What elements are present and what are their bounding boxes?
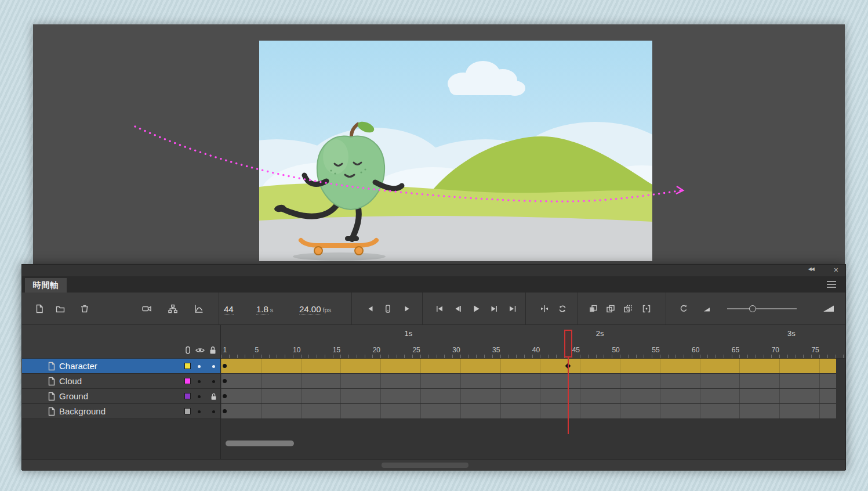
elapsed-time-number[interactable]: 1.8 xyxy=(256,304,268,315)
layer-name: Character xyxy=(59,361,97,371)
outline-column-icon xyxy=(185,346,191,355)
stage[interactable] xyxy=(33,24,845,264)
center-playhead-button[interactable] xyxy=(537,301,552,316)
scene-artwork xyxy=(259,41,652,261)
ruler-frame-number: 25 xyxy=(412,346,420,354)
loop-playback-button[interactable] xyxy=(555,301,570,316)
ruler-frame-number: 45 xyxy=(572,346,580,354)
layer-visibility-toggle[interactable] xyxy=(198,365,201,368)
zoom-slider-knob[interactable] xyxy=(749,305,756,312)
new-folder-button[interactable] xyxy=(53,301,68,316)
close-panel-button[interactable]: × xyxy=(834,265,838,275)
timeline-ruler[interactable]: 1s2s3s 151015202530354045505560657075 xyxy=(221,325,845,359)
layer-color-swatch[interactable] xyxy=(184,363,191,369)
tab-timeline[interactable]: 時間軸 xyxy=(25,278,67,293)
step-back-one-frame-button[interactable] xyxy=(363,301,378,316)
new-layer-button[interactable] xyxy=(32,301,47,316)
next-frame-icon xyxy=(489,304,499,314)
ruler-second-label: 3s xyxy=(787,329,796,338)
graph-icon xyxy=(194,304,204,314)
frame-rate-number[interactable]: 24.00 xyxy=(299,304,321,315)
layer-row-background[interactable]: Background xyxy=(22,404,220,419)
frame-row-character[interactable] xyxy=(221,359,836,374)
loop-icon xyxy=(557,304,568,314)
add-camera-button[interactable] xyxy=(139,301,154,316)
outline-column-button[interactable] xyxy=(185,346,191,357)
layer-visibility-toggle[interactable] xyxy=(198,395,201,398)
reset-timeline-zoom-button[interactable] xyxy=(676,301,691,316)
frames-horizontal-scrollbar[interactable] xyxy=(226,441,294,446)
ruler-frame-number: 10 xyxy=(293,346,300,354)
layer-color-swatch[interactable] xyxy=(184,408,191,414)
layer-row-cloud[interactable]: Cloud xyxy=(22,374,220,389)
edit-multiple-frames-icon xyxy=(623,304,633,314)
new-folder-icon xyxy=(55,304,66,314)
edit-multiple-frames-button[interactable] xyxy=(620,301,635,316)
elapsed-time-unit: s xyxy=(270,306,274,313)
canvas[interactable] xyxy=(259,41,652,261)
show-parenting-button[interactable] xyxy=(165,301,180,316)
ruler-seconds-row: 1s2s3s xyxy=(221,325,845,342)
frame-row-background[interactable] xyxy=(221,404,836,419)
ruler-frame-number: 60 xyxy=(692,346,699,354)
layer-row-character[interactable]: Character xyxy=(22,359,220,374)
ruler-frame-number: 5 xyxy=(255,346,259,354)
frame-row-cloud[interactable] xyxy=(221,374,836,389)
zoom-out-icon xyxy=(702,304,711,313)
play-icon xyxy=(471,304,481,314)
onion-skin-button[interactable] xyxy=(586,301,601,316)
graph-editor-button[interactable] xyxy=(191,301,206,316)
frame-rate-value[interactable]: 24.00fps xyxy=(299,304,331,313)
frames-column: 1s2s3s 151015202530354045505560657075 xyxy=(221,325,845,459)
current-frame-value[interactable]: 44 xyxy=(224,304,234,313)
layer-lock-toggle[interactable] xyxy=(210,359,218,374)
layer-icon xyxy=(48,407,56,418)
current-frame-indicator-button[interactable] xyxy=(380,301,395,316)
zoom-slider-track[interactable] xyxy=(727,308,797,309)
last-frame-button[interactable] xyxy=(505,301,520,316)
zoom-in-button[interactable] xyxy=(821,301,836,316)
bottom-scrollbar-thumb[interactable] xyxy=(382,463,468,468)
hamburger-icon xyxy=(826,280,837,289)
layer-icon xyxy=(48,377,56,388)
layer-visibility-toggle[interactable] xyxy=(198,380,201,383)
keyframe-dot[interactable] xyxy=(223,379,227,383)
step-forward-one-frame-button[interactable] xyxy=(400,301,415,316)
panel-menu-button[interactable] xyxy=(826,280,837,291)
next-frame-button[interactable] xyxy=(486,301,502,316)
zoom-out-button[interactable] xyxy=(699,301,714,316)
playhead-marker[interactable] xyxy=(564,330,572,358)
collapse-panel-button[interactable]: ◀◀ xyxy=(808,266,814,272)
keyframe-dot[interactable] xyxy=(223,394,227,398)
delete-layer-button[interactable] xyxy=(77,301,92,316)
layer-icon xyxy=(48,362,56,373)
layer-lock-toggle[interactable] xyxy=(210,404,218,419)
visibility-column-button[interactable] xyxy=(195,346,205,356)
play-button[interactable] xyxy=(468,301,484,316)
current-frame-number[interactable]: 44 xyxy=(224,304,234,315)
modify-frame-markers-button[interactable] xyxy=(639,301,654,316)
panel-bottom-scrollbar[interactable] xyxy=(22,459,845,471)
onion-skin-outlines-button[interactable] xyxy=(603,301,618,316)
ruler-frame-number: 35 xyxy=(492,346,500,354)
keyframe-dot[interactable] xyxy=(223,409,227,413)
layer-lock-toggle[interactable] xyxy=(210,389,218,404)
layer-lock-toggle[interactable] xyxy=(210,374,218,389)
timeline-panel: ◀◀ × 時間軸 44 1.8s 24.00fps xyxy=(21,264,846,470)
first-frame-button[interactable] xyxy=(432,301,447,316)
previous-frame-icon xyxy=(453,304,463,314)
frame-indicator-icon xyxy=(383,304,393,314)
layer-color-swatch[interactable] xyxy=(184,393,191,399)
keyframe-dot[interactable] xyxy=(223,364,227,368)
onion-skin-icon xyxy=(588,304,598,314)
eye-icon xyxy=(195,346,205,354)
ruler-second-label: 1s xyxy=(404,329,412,338)
previous-frame-button[interactable] xyxy=(451,301,466,316)
lock-column-button[interactable] xyxy=(209,346,216,357)
frame-row-ground[interactable] xyxy=(221,389,836,404)
layer-row-ground[interactable]: Ground xyxy=(22,389,220,404)
layer-color-swatch[interactable] xyxy=(184,378,191,384)
timeline-zoom-slider[interactable] xyxy=(727,305,797,313)
layer-visibility-toggle[interactable] xyxy=(198,410,201,413)
elapsed-time-value[interactable]: 1.8s xyxy=(256,304,273,313)
